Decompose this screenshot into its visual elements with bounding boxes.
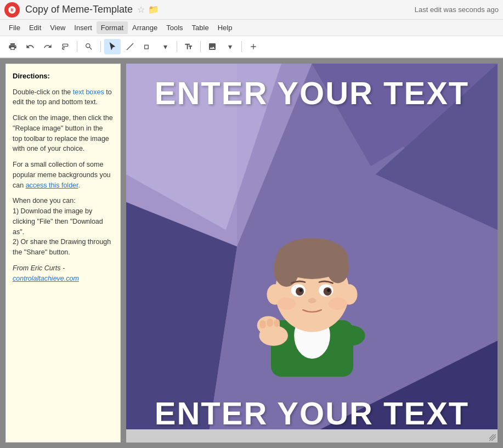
svg-rect-34 <box>267 319 273 327</box>
folder-link[interactable]: access this folder <box>26 182 78 189</box>
baby-svg <box>241 212 383 377</box>
direction-3: For a small collection of some popular m… <box>13 160 114 190</box>
svg-line-0 <box>127 43 133 50</box>
directions-sidebar: Directions: Double-click on the text box… <box>5 64 121 443</box>
last-edit-status: Last edit was seconds ago <box>415 5 499 14</box>
doc-title: Copy of Meme-Template <box>25 4 133 15</box>
folder-icon[interactable]: 📁 <box>148 4 159 15</box>
meme-top-text[interactable]: ENTER YOUR TEXT <box>126 75 498 111</box>
svg-point-29 <box>277 298 296 310</box>
svg-rect-35 <box>274 319 279 327</box>
resize-handle[interactable] <box>489 434 496 441</box>
title-bar: Copy of Meme-Template ☆ 📁 Last edit was … <box>0 0 503 20</box>
separator-4 <box>200 41 201 52</box>
attribution: From Eric Curts - controlaltachieve.com <box>13 263 114 284</box>
toolbar: ▾ ▾ <box>0 36 503 58</box>
svg-point-30 <box>329 298 347 310</box>
website-link[interactable]: controlaltachieve.com <box>13 275 79 282</box>
undo-button[interactable] <box>22 39 38 54</box>
menu-bar: File Edit View Insert Format Arrange Too… <box>0 20 503 36</box>
shape-dropdown-arrow[interactable]: ▾ <box>157 39 173 54</box>
menu-tools[interactable]: Tools <box>162 21 187 34</box>
sidebar-title: Directions: <box>13 71 114 82</box>
redo-button[interactable] <box>39 39 56 54</box>
direction-4: When done you can: 1) Download the image… <box>13 196 114 258</box>
separator-5 <box>241 41 242 52</box>
more-button[interactable] <box>245 39 262 54</box>
canvas-area[interactable]: ENTER YOUR TEXT <box>126 64 498 443</box>
meme-bottom-text[interactable]: ENTER YOUR TEXT <box>126 395 498 432</box>
svg-rect-33 <box>259 320 265 328</box>
menu-arrange[interactable]: Arrange <box>128 21 162 34</box>
menu-table[interactable]: Table <box>188 21 213 34</box>
separator-2 <box>100 41 101 52</box>
menu-edit[interactable]: Edit <box>25 21 46 34</box>
direction-1: Double-click on the text boxes to edit t… <box>13 87 114 108</box>
meme-canvas: ENTER YOUR TEXT <box>126 64 498 443</box>
svg-point-27 <box>327 289 330 292</box>
meme-image[interactable] <box>235 201 389 377</box>
separator-3 <box>177 41 177 52</box>
menu-insert[interactable]: Insert <box>70 21 97 34</box>
separator-1 <box>77 41 77 52</box>
svg-point-26 <box>299 289 302 292</box>
svg-point-36 <box>336 325 365 346</box>
image-button[interactable] <box>204 39 221 54</box>
star-icon[interactable]: ☆ <box>137 4 145 15</box>
line-button[interactable] <box>122 39 138 54</box>
app-logo <box>4 2 20 18</box>
paint-format-button[interactable] <box>57 39 74 54</box>
menu-file[interactable]: File <box>4 21 25 34</box>
menu-view[interactable]: View <box>46 21 70 34</box>
svg-rect-1 <box>145 45 149 49</box>
select-button[interactable] <box>104 39 121 54</box>
menu-help[interactable]: Help <box>213 21 237 34</box>
text-box-button[interactable] <box>180 39 197 54</box>
svg-point-28 <box>308 298 316 303</box>
main-content: Directions: Double-click on the text box… <box>0 58 503 448</box>
image-dropdown-arrow[interactable]: ▾ <box>222 39 238 54</box>
direction-2: Click on the image, then click the "Repl… <box>13 113 114 154</box>
svg-point-19 <box>326 252 349 283</box>
zoom-button[interactable] <box>81 39 97 54</box>
shape-dropdown-button[interactable] <box>139 39 156 54</box>
print-button[interactable] <box>4 39 21 54</box>
menu-format[interactable]: Format <box>97 21 128 34</box>
